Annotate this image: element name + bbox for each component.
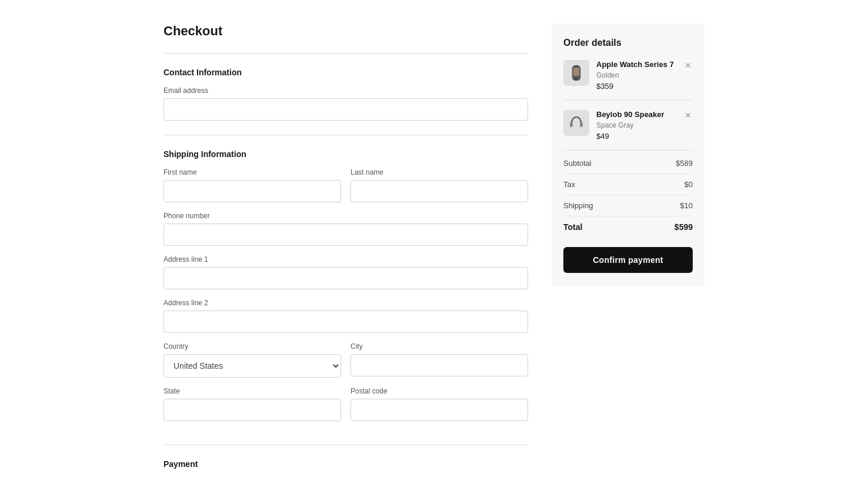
- item-thumbnail: [563, 60, 589, 86]
- item-info: Beylob 90 Speaker Space Gray $49: [596, 110, 693, 141]
- svg-rect-4: [570, 122, 573, 127]
- address2-group: Address line 2: [163, 299, 528, 333]
- postal-group: Postal code: [350, 387, 528, 421]
- item-name: Apple Watch Series 7: [596, 60, 693, 70]
- item-thumbnail: [563, 110, 589, 136]
- subtotal-label: Subtotal: [563, 159, 592, 168]
- item-price: $359: [596, 82, 693, 91]
- item-price: $49: [596, 132, 693, 141]
- remove-item-button[interactable]: ✕: [683, 60, 693, 71]
- address2-input[interactable]: [163, 311, 528, 333]
- total-row: Total $599: [563, 216, 693, 238]
- address2-label: Address line 2: [163, 299, 528, 307]
- address1-input[interactable]: [163, 267, 528, 289]
- subtotal-value: $589: [676, 159, 693, 168]
- country-select[interactable]: United States Canada United Kingdom Aust…: [163, 354, 341, 378]
- order-item: Beylob 90 Speaker Space Gray $49 ✕: [563, 110, 693, 151]
- last-name-group: Last name: [350, 168, 528, 202]
- first-name-label: First name: [163, 168, 341, 176]
- address1-group: Address line 1: [163, 255, 528, 289]
- address1-label: Address line 1: [163, 255, 528, 263]
- remove-item-button[interactable]: ✕: [683, 110, 693, 121]
- city-label: City: [350, 342, 528, 351]
- shipping-row: Shipping $10: [563, 195, 693, 216]
- contact-section: Contact Information Email address: [163, 68, 528, 121]
- tax-label: Tax: [563, 180, 575, 189]
- svg-rect-2: [574, 65, 579, 66]
- state-label: State: [163, 387, 341, 395]
- order-panel: Order details Apple Watch Series 7 Golde…: [552, 24, 705, 287]
- postal-input[interactable]: [350, 399, 528, 421]
- tax-row: Tax $0: [563, 174, 693, 195]
- item-name: Beylob 90 Speaker: [596, 110, 693, 120]
- phone-input[interactable]: [163, 224, 528, 246]
- contact-section-title: Contact Information: [163, 68, 528, 77]
- shipping-label: Shipping: [563, 201, 593, 210]
- order-item: Apple Watch Series 7 Golden $359 ✕: [563, 60, 693, 101]
- tax-value: $0: [685, 180, 693, 189]
- city-input[interactable]: [350, 354, 528, 376]
- item-variant: Space Gray: [596, 121, 693, 129]
- state-group: State: [163, 387, 341, 421]
- confirm-payment-button[interactable]: Confirm payment: [563, 247, 693, 273]
- state-input[interactable]: [163, 399, 341, 421]
- total-label: Total: [563, 222, 582, 232]
- email-label: Email address: [163, 86, 528, 95]
- first-name-group: First name: [163, 168, 341, 202]
- payment-section-title: Payment: [163, 459, 528, 469]
- postal-label: Postal code: [350, 387, 528, 395]
- phone-label: Phone number: [163, 212, 528, 220]
- first-name-input[interactable]: [163, 180, 341, 202]
- svg-rect-5: [580, 122, 583, 127]
- subtotal-row: Subtotal $589: [563, 153, 693, 174]
- country-label: Country: [163, 342, 341, 351]
- phone-group: Phone number: [163, 212, 528, 246]
- last-name-label: Last name: [350, 168, 528, 176]
- shipping-value: $10: [680, 201, 693, 210]
- order-summary: Subtotal $589 Tax $0 Shipping $10 Total …: [563, 153, 693, 238]
- order-panel-title: Order details: [563, 38, 693, 48]
- svg-rect-3: [574, 79, 579, 81]
- last-name-input[interactable]: [350, 180, 528, 202]
- country-group: Country United States Canada United King…: [163, 342, 341, 378]
- shipping-section-title: Shipping Information: [163, 149, 528, 159]
- email-group: Email address: [163, 86, 528, 121]
- item-info: Apple Watch Series 7 Golden $359: [596, 60, 693, 91]
- email-input[interactable]: [163, 98, 528, 121]
- city-group: City: [350, 342, 528, 378]
- total-value: $599: [675, 222, 693, 232]
- shipping-section: Shipping Information First name Last nam…: [163, 149, 528, 431]
- payment-section: Payment: [163, 459, 528, 469]
- page-title: Checkout: [163, 24, 528, 39]
- item-variant: Golden: [596, 71, 693, 79]
- svg-rect-1: [573, 68, 579, 76]
